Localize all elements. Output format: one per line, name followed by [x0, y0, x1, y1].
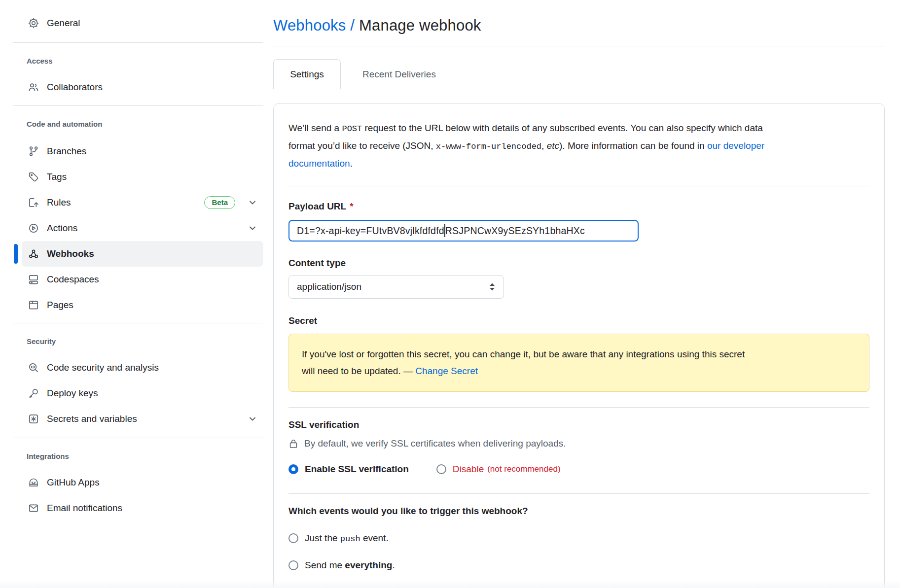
section-divider	[288, 186, 869, 186]
just-push-label[interactable]: Just the push event.	[305, 533, 389, 544]
page-title: Webhooks / Manage webhook	[273, 15, 885, 46]
chevron-down-icon[interactable]	[248, 223, 257, 233]
link-text: our developer	[707, 140, 764, 151]
chevron-down-icon[interactable]	[248, 198, 257, 208]
settings-page: General Access Collaborators Code and au…	[0, 0, 900, 588]
ssl-description: By default, we verify SSL certificates w…	[304, 438, 566, 449]
people-icon	[28, 81, 39, 93]
disable-ssl-label[interactable]: Disable	[453, 464, 484, 475]
intro-segment: request to the URL below with details of…	[362, 123, 763, 133]
tab-settings[interactable]: Settings	[273, 59, 341, 89]
sidebar-item-label: GitHub Apps	[47, 477, 100, 488]
intro-text: We’ll send a POST request to the URL bel…	[288, 120, 869, 172]
sidebar-item-pages[interactable]: Pages	[22, 292, 263, 318]
key-icon	[28, 387, 39, 399]
intro-segment: We’ll send a	[288, 123, 342, 133]
mail-icon	[28, 502, 39, 514]
content-type-select[interactable]: application/json	[288, 275, 504, 299]
sidebar-section-code-and-automation: Code and automation	[27, 119, 263, 129]
sidebar-item-label: Codespaces	[47, 274, 99, 285]
page-title-text: Manage webhook	[359, 17, 481, 34]
chevron-down-icon[interactable]	[248, 414, 257, 424]
intro-segment: .	[350, 158, 353, 169]
sidebar-item-github-apps[interactable]: GitHub Apps	[22, 470, 263, 495]
sidebar-item-label: Deploy keys	[47, 388, 98, 399]
git-branch-icon	[28, 145, 39, 157]
ssl-radio-group: Enable SSL verification Disable (not rec…	[288, 464, 869, 475]
sidebar-item-label: Webhooks	[47, 248, 94, 259]
sidebar-item-tags[interactable]: Tags	[22, 164, 263, 190]
sidebar-section-access: Access	[27, 56, 263, 66]
input-text-before-caret: D1=?x-api-key=FUtvBV8vjlkfdfdfd	[297, 225, 444, 237]
sidebar-item-rules[interactable]: Rules Beta	[22, 190, 263, 215]
sidebar-section-security: Security	[27, 337, 263, 346]
codescan-icon	[28, 362, 39, 374]
sidebar-item-secrets-and-variables[interactable]: Secrets and variables	[22, 406, 263, 432]
urlencoded-code: x-www-form-urlencoded	[436, 142, 541, 151]
lock-icon	[288, 438, 298, 449]
etc-italic: etc	[547, 140, 559, 151]
asterisk-icon	[28, 413, 39, 425]
gear-icon	[28, 17, 39, 29]
tab-recent-deliveries[interactable]: Recent Deliveries	[341, 59, 458, 89]
sidebar-item-webhooks[interactable]: Webhooks	[22, 241, 263, 267]
everything-bold: everything	[345, 560, 392, 570]
sidebar-item-collaborators[interactable]: Collaborators	[22, 74, 263, 100]
breadcrumb-separator: /	[350, 17, 355, 34]
payload-url-label: Payload URL*	[288, 201, 869, 212]
section-divider	[288, 407, 869, 408]
send-everything-radio[interactable]	[288, 560, 298, 570]
disable-ssl-note: (not recommended)	[487, 464, 560, 474]
webhook-icon	[28, 248, 39, 260]
sidebar-item-label: Actions	[47, 223, 77, 234]
sidebar-item-label: Pages	[47, 300, 73, 311]
sidebar-item-label: Rules	[47, 197, 71, 208]
breadcrumb-webhooks-link[interactable]: Webhooks	[273, 17, 346, 34]
sidebar-item-actions[interactable]: Actions	[22, 215, 263, 241]
webhook-tabs: Settings Recent Deliveries	[273, 59, 885, 89]
intro-segment: ). More information can be found in	[559, 140, 707, 151]
sidebar-item-code-security[interactable]: Code security and analysis	[22, 355, 263, 380]
input-text-after-caret: RSJPNCwX9ySEzSYh1bhaHXc	[445, 225, 585, 237]
sidebar-item-deploy-keys[interactable]: Deploy keys	[22, 380, 263, 406]
sidebar-item-label: Collaborators	[47, 82, 103, 93]
secret-label: Secret	[288, 315, 869, 326]
sidebar-divider	[13, 105, 263, 106]
warning-text: If you've lost or forgotten this secret,…	[302, 349, 745, 359]
intro-segment: ,	[541, 140, 547, 151]
send-everything-label[interactable]: Send me everything.	[305, 560, 395, 571]
rules-icon	[28, 197, 39, 208]
sidebar-item-email-notifications[interactable]: Email notifications	[22, 495, 263, 521]
repo-settings-sidebar: General Access Collaborators Code and au…	[0, 0, 273, 588]
sidebar-item-label: Code security and analysis	[47, 362, 159, 373]
ssl-verification-heading: SSL verification	[288, 419, 869, 430]
sidebar-item-label: Branches	[47, 146, 86, 157]
sidebar-item-branches[interactable]: Branches	[22, 138, 263, 164]
tag-icon	[28, 171, 39, 183]
sidebar-item-general[interactable]: General	[22, 10, 263, 36]
enable-ssl-label[interactable]: Enable SSL verification	[305, 464, 409, 475]
sidebar-item-codespaces[interactable]: Codespaces	[22, 267, 263, 292]
post-code: POST	[342, 124, 362, 134]
just-push-radio[interactable]	[288, 533, 298, 543]
hubot-icon	[28, 477, 39, 488]
play-icon	[28, 222, 39, 234]
browser-icon	[28, 299, 39, 311]
secret-warning-box: If you've lost or forgotten this secret,…	[288, 334, 869, 392]
codespaces-icon	[28, 274, 39, 285]
push-code: push	[340, 534, 360, 544]
content-type-label: Content type	[288, 258, 869, 269]
enable-ssl-radio[interactable]	[288, 464, 298, 474]
section-divider	[288, 493, 869, 494]
sidebar-section-integrations: Integrations	[27, 451, 263, 461]
content-type-value: application/json	[297, 281, 361, 292]
payload-url-input[interactable]: D1=?x-api-key=FUtvBV8vjlkfdfdfdRSJPNCwX9…	[288, 220, 639, 242]
sidebar-divider	[13, 42, 263, 43]
link-text: documentation	[288, 158, 350, 169]
event-option-everything: Send me everything.	[288, 560, 869, 571]
change-secret-link[interactable]: Change Secret	[415, 366, 478, 376]
sidebar-divider	[13, 438, 263, 438]
sidebar-item-label: Secrets and variables	[47, 414, 137, 424]
select-arrows-icon	[489, 281, 496, 292]
disable-ssl-radio[interactable]	[436, 464, 446, 474]
